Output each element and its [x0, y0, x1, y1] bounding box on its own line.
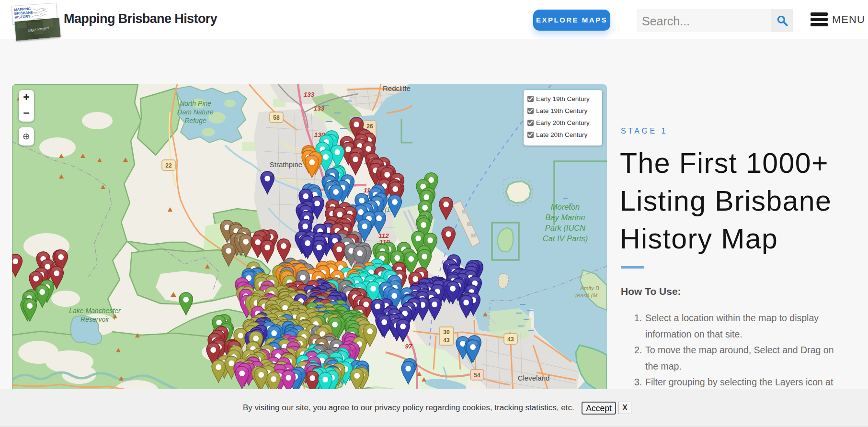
svg-text:Lake Manchester: Lake Manchester: [69, 307, 121, 315]
svg-text:Moreton: Moreton: [551, 202, 580, 211]
svg-text:North Pine: North Pine: [180, 100, 211, 107]
svg-text:54: 54: [474, 372, 480, 379]
svg-text:133: 133: [304, 91, 315, 98]
svg-text:Reservoir: Reservoir: [80, 315, 110, 323]
svg-text:Amity B: Amity B: [580, 285, 599, 291]
svg-text:Strathpine: Strathpine: [270, 160, 302, 169]
svg-text:26: 26: [366, 123, 373, 130]
svg-text:Cleveland: Cleveland: [518, 374, 550, 382]
svg-text:Cat IV Parts): Cat IV Parts): [543, 234, 588, 243]
svg-text:43: 43: [443, 337, 450, 344]
svg-text:43: 43: [507, 336, 514, 343]
svg-text:22: 22: [165, 162, 172, 169]
svg-text:Dam Nature: Dam Nature: [177, 108, 214, 116]
svg-text:Refuge: Refuge: [184, 117, 206, 124]
svg-text:97: 97: [405, 343, 413, 350]
svg-text:133: 133: [314, 105, 325, 112]
svg-text:Park (IUCN: Park (IUCN: [545, 224, 585, 232]
svg-text:30: 30: [443, 329, 450, 336]
svg-text:58: 58: [273, 114, 280, 121]
svg-text:(east) (M: (east) (M: [575, 292, 597, 298]
svg-text:Bay Marine: Bay Marine: [545, 213, 585, 222]
svg-text:Redcliffe: Redcliffe: [383, 84, 411, 92]
